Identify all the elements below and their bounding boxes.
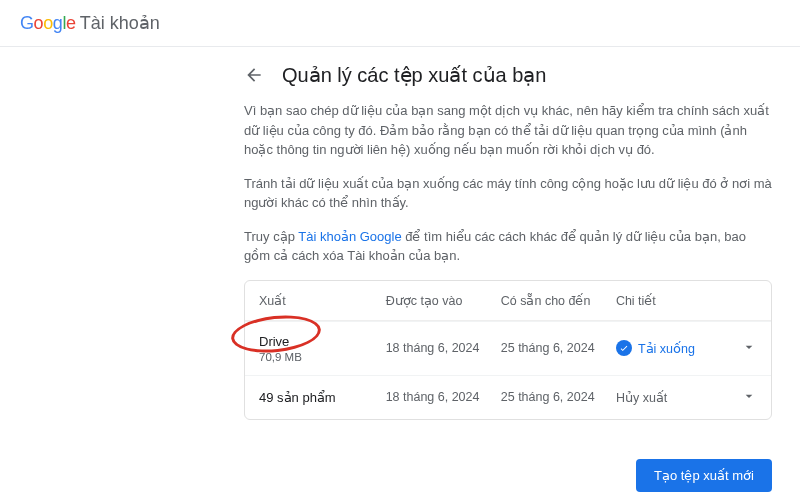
- google-account-link[interactable]: Tài khoản Google: [298, 229, 401, 244]
- export-created: 18 tháng 6, 2024: [386, 341, 501, 355]
- download-label: Tải xuống: [638, 341, 695, 356]
- intro-paragraph-3: Truy cập Tài khoản Google để tìm hiểu cá…: [244, 227, 772, 266]
- export-product: 49 sản phẩm: [259, 390, 386, 405]
- export-size: 70,9 MB: [259, 351, 386, 363]
- chevron-down-icon[interactable]: [741, 339, 757, 358]
- table-header-row: Xuất Được tạo vào Có sẵn cho đến Chi tiế…: [245, 281, 771, 321]
- table-row: Drive 70,9 MB 18 tháng 6, 2024 25 tháng …: [245, 321, 771, 375]
- create-new-export-button[interactable]: Tạo tệp xuất mới: [636, 459, 772, 492]
- intro-paragraph-2: Tránh tải dữ liệu xuất của bạn xuống các…: [244, 174, 772, 213]
- product-name: Tài khoản: [80, 12, 160, 34]
- download-action[interactable]: Tải xuống: [616, 340, 695, 356]
- cancel-export-action[interactable]: Hủy xuất: [616, 390, 667, 405]
- export-product: Drive: [259, 334, 386, 349]
- app-header: Google Tài khoản: [0, 0, 800, 47]
- export-available: 25 tháng 6, 2024: [501, 390, 616, 404]
- exports-table: Xuất Được tạo vào Có sẵn cho đến Chi tiế…: [244, 280, 772, 420]
- table-row: 49 sản phẩm 18 tháng 6, 2024 25 tháng 6,…: [245, 375, 771, 419]
- main-content: Quản lý các tệp xuất của bạn Vì bạn sao …: [216, 47, 800, 420]
- export-available: 25 tháng 6, 2024: [501, 341, 616, 355]
- chevron-down-icon[interactable]: [741, 388, 757, 407]
- google-logo: Google: [20, 13, 76, 34]
- footer-bar: Tạo tệp xuất mới: [636, 459, 772, 492]
- intro-paragraph-1: Vì bạn sao chép dữ liệu của bạn sang một…: [244, 101, 772, 160]
- col-details: Chi tiết: [616, 293, 731, 308]
- back-arrow-icon[interactable]: [244, 65, 264, 85]
- col-created: Được tạo vào: [386, 293, 501, 308]
- check-circle-icon: [616, 340, 632, 356]
- page-title: Quản lý các tệp xuất của bạn: [282, 63, 546, 87]
- para3-pre: Truy cập: [244, 229, 298, 244]
- export-created: 18 tháng 6, 2024: [386, 390, 501, 404]
- col-available: Có sẵn cho đến: [501, 293, 616, 308]
- col-export: Xuất: [259, 293, 386, 308]
